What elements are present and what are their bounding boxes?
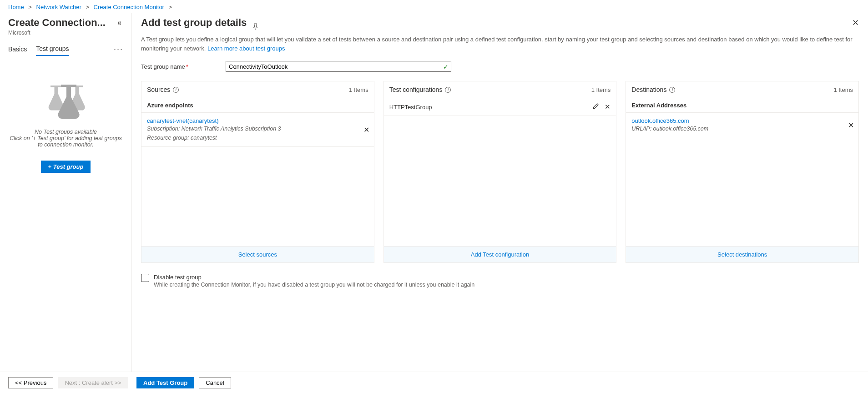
source-entry-subscription: Subscription: Network Traffic Analytics … bbox=[147, 125, 368, 133]
remove-destination-icon[interactable]: ✕ bbox=[848, 121, 854, 130]
pin-icon[interactable] bbox=[252, 20, 259, 31]
close-icon[interactable]: ✕ bbox=[852, 18, 859, 28]
learn-more-link[interactable]: Learn more about test groups bbox=[207, 45, 285, 52]
chevron-right-icon: > bbox=[86, 4, 89, 10]
source-entry-link[interactable]: canarytest-vnet(canarytest) bbox=[147, 117, 219, 124]
source-entry: canarytest-vnet(canarytest) Subscription… bbox=[141, 113, 374, 147]
destination-entry: outlook.office365.com URL/IP: outlook.of… bbox=[626, 113, 858, 138]
disable-test-group-checkbox[interactable] bbox=[141, 274, 149, 282]
disable-description: While creating the Connection Monitor, i… bbox=[154, 282, 474, 288]
add-test-group-button[interactable]: + Test group bbox=[41, 161, 91, 173]
test-group-name-input[interactable] bbox=[226, 61, 451, 72]
destinations-subhead: External Addresses bbox=[626, 98, 858, 113]
chevron-right-icon: > bbox=[28, 4, 32, 10]
edit-icon[interactable] bbox=[593, 103, 601, 111]
destinations-panel: Destinations i 1 Items External Addresse… bbox=[626, 81, 859, 263]
breadcrumb-network-watcher[interactable]: Network Watcher bbox=[36, 4, 81, 10]
source-entry-resource-group: Resource group: canarytest bbox=[147, 134, 368, 142]
collapse-icon[interactable]: « bbox=[116, 17, 123, 29]
destinations-count: 1 Items bbox=[833, 86, 853, 93]
breadcrumb-home[interactable]: Home bbox=[8, 4, 24, 10]
previous-button[interactable]: << Previous bbox=[8, 377, 53, 388]
flask-icon bbox=[45, 83, 86, 120]
test-config-title: Test configurations bbox=[389, 86, 443, 93]
test-config-name: HTTPTestGroup bbox=[389, 104, 432, 111]
disable-label: Disable test group bbox=[154, 274, 474, 281]
tab-test-groups[interactable]: Test groups bbox=[36, 42, 69, 56]
select-sources-link[interactable]: Select sources bbox=[238, 251, 277, 258]
test-group-name-label: Test group name* bbox=[141, 63, 226, 70]
footer-bar: << Previous Next : Create alert >> Add T… bbox=[0, 372, 868, 393]
select-destinations-link[interactable]: Select destinations bbox=[717, 251, 767, 258]
remove-config-icon[interactable]: ✕ bbox=[605, 103, 611, 111]
info-icon[interactable]: i bbox=[445, 87, 451, 93]
destinations-title: Destinations bbox=[631, 86, 666, 93]
destination-entry-url: URL/IP: outlook.office365.com bbox=[631, 125, 853, 133]
sources-title: Sources bbox=[147, 86, 170, 93]
page-subtitle: Microsoft bbox=[8, 30, 123, 36]
intro-text: A Test group lets you define a logical g… bbox=[141, 35, 859, 53]
chevron-right-icon: > bbox=[169, 4, 172, 10]
next-button[interactable]: Next : Create alert >> bbox=[58, 377, 128, 388]
cancel-button[interactable]: Cancel bbox=[199, 377, 231, 388]
breadcrumb: Home > Network Watcher > Create Connecti… bbox=[0, 0, 868, 13]
page-title: Create Connection... bbox=[8, 17, 106, 29]
test-config-count: 1 Items bbox=[591, 86, 611, 93]
info-icon[interactable]: i bbox=[669, 87, 675, 93]
add-test-group-submit-button[interactable]: Add Test Group bbox=[136, 377, 194, 388]
sources-subhead: Azure endpoints bbox=[141, 98, 374, 113]
breadcrumb-create-connection-monitor[interactable]: Create Connection Monitor bbox=[94, 4, 164, 10]
panel-title: Add test group details bbox=[141, 17, 247, 29]
test-config-panel: Test configurations i 1 Items HTTPTestGr… bbox=[384, 81, 617, 263]
add-test-config-link[interactable]: Add Test configuration bbox=[471, 251, 529, 258]
sources-count: 1 Items bbox=[349, 86, 368, 93]
sources-panel: Sources i 1 Items Azure endpoints canary… bbox=[141, 81, 374, 263]
info-icon[interactable]: i bbox=[173, 87, 179, 93]
remove-source-icon[interactable]: ✕ bbox=[363, 126, 369, 134]
tab-basics[interactable]: Basics bbox=[8, 43, 27, 55]
empty-description: Click on '+ Test group' for adding test … bbox=[8, 135, 123, 148]
check-icon: ✓ bbox=[443, 63, 449, 71]
test-config-entry: HTTPTestGroup ✕ bbox=[384, 98, 616, 116]
sidebar-tabs: Basics Test groups ··· bbox=[8, 42, 123, 56]
more-icon[interactable]: ··· bbox=[114, 45, 123, 54]
empty-title: No Test groups available bbox=[8, 129, 123, 135]
main-panel: Add test group details ✕ A Test group le… bbox=[132, 13, 868, 372]
destination-entry-link[interactable]: outlook.office365.com bbox=[631, 117, 689, 124]
empty-state: No Test groups available Click on '+ Tes… bbox=[8, 83, 123, 173]
sidebar: Create Connection... « Microsoft Basics … bbox=[0, 13, 132, 372]
